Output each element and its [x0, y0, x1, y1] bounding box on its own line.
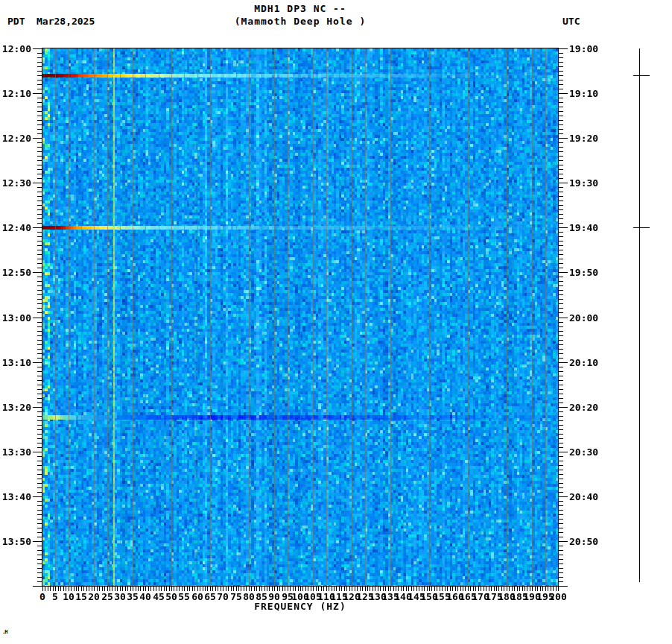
y-tick-right: [558, 568, 563, 569]
y-tick-right: [558, 411, 563, 412]
y-tick-left: [37, 331, 42, 332]
y-tick-right: [558, 142, 563, 143]
y-tick-right: [558, 572, 563, 573]
y-tick-left: [37, 402, 42, 403]
y-tick-right: [558, 461, 563, 461]
y-tick-left: [37, 174, 42, 174]
y-tick-left: [33, 318, 42, 318]
corner-mark: .H: [2, 630, 7, 635]
y-tick-left: [37, 89, 42, 89]
y-axis-label-right: 19:50: [569, 268, 614, 277]
y-tick-left: [37, 165, 42, 165]
y-tick-right: [558, 577, 563, 578]
y-tick-left: [37, 259, 42, 259]
y-tick-left: [37, 474, 42, 475]
y-tick-right: [558, 290, 563, 291]
y-tick-right: [558, 218, 563, 219]
y-tick-left: [33, 93, 42, 94]
timezone-left-label: PDT: [7, 16, 25, 27]
y-tick-left: [33, 138, 42, 139]
y-tick-right: [558, 523, 563, 524]
y-tick-right: [558, 245, 563, 246]
y-tick-right: [558, 318, 568, 318]
y-tick-left: [33, 183, 42, 183]
y-tick-right: [558, 505, 563, 506]
y-tick-right: [558, 133, 563, 134]
scale-bar-event-tick: [633, 75, 650, 76]
y-tick-right: [558, 209, 563, 210]
y-tick-right: [558, 326, 563, 327]
y-tick-right: [558, 425, 563, 426]
y-tick-right: [558, 398, 563, 399]
y-tick-left: [37, 344, 42, 345]
y-tick-left: [37, 564, 42, 564]
y-tick-left: [37, 84, 42, 85]
y-tick-left: [37, 98, 42, 98]
y-tick-left: [37, 80, 42, 80]
scale-bar-event-tick: [633, 227, 650, 228]
y-tick-left: [37, 53, 42, 54]
y-tick-right: [558, 434, 563, 435]
y-axis-label-right: 20:10: [569, 358, 614, 367]
y-tick-right: [558, 116, 563, 116]
y-tick-right: [558, 380, 563, 381]
y-tick-right: [558, 124, 563, 125]
y-axis-label-left: 13:20: [0, 402, 31, 412]
y-tick-right: [558, 93, 568, 94]
y-tick-left: [37, 559, 42, 560]
y-tick-left: [37, 528, 42, 528]
y-tick-right: [558, 353, 563, 354]
y-tick-left: [37, 349, 42, 350]
amplitude-scale-bar: [639, 48, 640, 582]
y-tick-left: [37, 523, 42, 524]
y-tick-right: [558, 268, 563, 268]
y-tick-right: [558, 443, 563, 443]
y-tick-right: [558, 537, 563, 537]
y-tick-right: [558, 474, 563, 475]
y-tick-right: [558, 514, 563, 515]
y-axis-label-left: 12:30: [0, 178, 31, 188]
y-tick-left: [37, 281, 42, 282]
y-axis-label-left: 13:10: [0, 358, 31, 367]
y-tick-right: [558, 214, 563, 215]
y-tick-right: [558, 236, 563, 237]
spectrogram-page: PDT Mar28,2025 MDH1 DP3 NC -- (Mammoth D…: [0, 0, 672, 644]
y-tick-left: [37, 335, 42, 336]
y-tick-left: [37, 572, 42, 573]
y-tick-right: [558, 550, 563, 551]
y-axis-label-left: 13:50: [0, 537, 31, 546]
y-tick-right: [558, 192, 563, 192]
y-tick-right: [558, 447, 563, 448]
y-tick-left: [37, 443, 42, 443]
y-tick-right: [558, 501, 563, 502]
y-tick-left: [37, 111, 42, 112]
x-tick: [58, 587, 59, 591]
x-tick: [48, 587, 48, 591]
y-tick-left: [37, 456, 42, 457]
y-tick-left: [37, 245, 42, 246]
y-tick-right: [558, 66, 563, 67]
y-tick-left: [37, 425, 42, 426]
y-tick-left: [37, 308, 42, 309]
y-tick-left: [33, 452, 42, 452]
y-axis-label-left: 13:00: [0, 313, 31, 323]
y-tick-left: [37, 380, 42, 381]
y-tick-left: [37, 294, 42, 295]
y-tick-right: [558, 98, 563, 98]
y-tick-left: [37, 492, 42, 493]
y-tick-left: [37, 371, 42, 372]
y-tick-right: [558, 71, 563, 72]
y-tick-right: [558, 308, 563, 309]
y-tick-right: [558, 349, 563, 350]
y-tick-right: [558, 187, 563, 188]
y-tick-right: [558, 420, 563, 421]
y-tick-right: [558, 528, 563, 528]
y-tick-right: [558, 479, 563, 479]
y-tick-right: [558, 385, 563, 385]
y-tick-left: [37, 62, 42, 63]
y-tick-right: [558, 465, 563, 466]
y-tick-right: [558, 407, 568, 408]
y-tick-right: [558, 344, 563, 345]
y-tick-right: [558, 394, 563, 394]
y-tick-left: [37, 479, 42, 479]
